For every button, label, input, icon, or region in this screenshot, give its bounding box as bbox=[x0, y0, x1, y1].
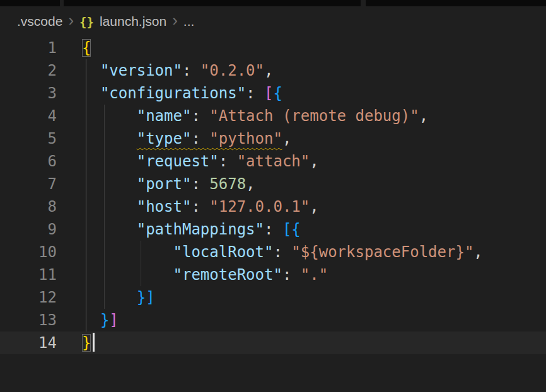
line-number[interactable]: 4 bbox=[0, 105, 57, 127]
code-line[interactable]: 6 "request": "attach", bbox=[0, 150, 546, 173]
indent-guide bbox=[104, 105, 105, 309]
code-token: "localRoot" bbox=[173, 243, 274, 261]
tab-edge-segment bbox=[64, 0, 361, 6]
editor[interactable]: 1{2 "version": "0.2.0",3 "configurations… bbox=[0, 37, 546, 354]
line-number[interactable]: 3 bbox=[0, 82, 57, 105]
code-token: , bbox=[282, 130, 291, 147]
code-token: : bbox=[264, 221, 282, 238]
code-token: } bbox=[100, 311, 109, 329]
code-token: [ bbox=[282, 221, 291, 238]
code-token: , bbox=[246, 175, 255, 193]
tab-bar-edge bbox=[0, 0, 546, 6]
code-token: "port" bbox=[137, 175, 192, 193]
breadcrumb-file[interactable]: launch.json bbox=[100, 14, 166, 29]
code-text[interactable]: "request": "attach", bbox=[57, 150, 319, 173]
code-token: : bbox=[282, 266, 301, 284]
code-text[interactable]: "type": "python", bbox=[57, 127, 291, 150]
code-text[interactable]: "localRoot": "${workspaceFolder}", bbox=[57, 241, 483, 263]
code-line[interactable]: 12 }] bbox=[0, 286, 546, 309]
code-token: { bbox=[273, 84, 282, 102]
code-token: : bbox=[191, 175, 209, 193]
code-token: [ bbox=[264, 84, 273, 102]
code-line[interactable]: 9 "pathMappings": [{ bbox=[0, 218, 546, 241]
text-cursor bbox=[93, 333, 95, 352]
code-token: "python" bbox=[209, 130, 282, 147]
code-token: : bbox=[219, 153, 237, 170]
code-line[interactable]: 7 "port": 5678, bbox=[0, 173, 546, 195]
breadcrumb-folder[interactable]: .vscode bbox=[17, 14, 62, 29]
line-number[interactable]: 12 bbox=[0, 286, 57, 309]
code-text[interactable]: "configurations": [{ bbox=[57, 82, 282, 105]
tab-edge-segment bbox=[366, 0, 546, 6]
line-number[interactable]: 6 bbox=[0, 150, 57, 173]
indent-guide bbox=[141, 241, 141, 286]
code-token: "." bbox=[301, 266, 328, 284]
code-token: , bbox=[419, 107, 428, 125]
code-token: : bbox=[191, 198, 209, 216]
code-line[interactable]: 10 "localRoot": "${workspaceFolder}", bbox=[0, 241, 546, 263]
code-token: "attach" bbox=[237, 153, 310, 170]
line-number[interactable]: 14 bbox=[0, 331, 57, 354]
code-token: : bbox=[182, 62, 200, 79]
code-text[interactable]: "port": 5678, bbox=[57, 173, 255, 195]
code-token: "host" bbox=[137, 198, 192, 216]
code-token: "type" bbox=[137, 130, 192, 147]
code-token: "request" bbox=[137, 153, 219, 170]
code-token: , bbox=[264, 62, 273, 79]
code-token: : bbox=[246, 84, 264, 102]
line-number[interactable]: 1 bbox=[0, 37, 57, 59]
code-token: , bbox=[310, 198, 318, 216]
line-number[interactable]: 8 bbox=[0, 195, 57, 218]
code-token: "configurations" bbox=[100, 84, 246, 102]
code-line[interactable]: 2 "version": "0.2.0", bbox=[0, 59, 546, 82]
code-token: "name" bbox=[137, 107, 192, 125]
code-token: , bbox=[473, 243, 482, 261]
code-line[interactable]: 14} bbox=[0, 331, 546, 354]
code-line[interactable]: 8 "host": "127.0.0.1", bbox=[0, 195, 546, 218]
code-token: "${workspaceFolder}" bbox=[291, 243, 473, 261]
line-number[interactable]: 10 bbox=[0, 241, 57, 263]
tab-edge-segment bbox=[0, 0, 60, 6]
code-token: , bbox=[310, 153, 318, 170]
chevron-right-icon: › bbox=[68, 12, 74, 31]
code-token: "pathMappings" bbox=[137, 221, 264, 238]
code-token: { bbox=[291, 221, 300, 238]
code-line[interactable]: 3 "configurations": [{ bbox=[0, 82, 546, 105]
code-token: : bbox=[191, 130, 209, 147]
indent-guide bbox=[86, 59, 86, 331]
code-token: "remoteRoot" bbox=[173, 266, 282, 284]
line-number[interactable]: 7 bbox=[0, 173, 57, 195]
code-text[interactable]: { bbox=[57, 37, 91, 59]
code-token: : bbox=[191, 107, 209, 125]
code-token: "Attach (remote debug)" bbox=[209, 107, 419, 125]
code-line[interactable]: 11 "remoteRoot": "." bbox=[0, 263, 546, 286]
chevron-right-icon: › bbox=[172, 12, 178, 31]
code-line[interactable]: 4 "name": "Attach (remote debug)", bbox=[0, 105, 546, 127]
code-text[interactable]: "remoteRoot": "." bbox=[57, 263, 328, 286]
code-line[interactable]: 1{ bbox=[0, 37, 546, 59]
code-token: } bbox=[137, 289, 146, 306]
line-number[interactable]: 5 bbox=[0, 127, 57, 150]
code-text[interactable]: "pathMappings": [{ bbox=[57, 218, 301, 241]
code-text[interactable]: }] bbox=[57, 309, 119, 331]
code-text[interactable]: }] bbox=[57, 286, 155, 309]
code-text[interactable]: } bbox=[57, 331, 95, 354]
code-line[interactable]: 13 }] bbox=[0, 309, 546, 331]
line-number[interactable]: 11 bbox=[0, 263, 57, 286]
code-token: "0.2.0" bbox=[200, 62, 264, 79]
breadcrumb: .vscode › {} launch.json › ... bbox=[0, 6, 546, 37]
code-token: 5678 bbox=[209, 175, 246, 193]
code-line[interactable]: 5 "type": "python", bbox=[0, 127, 546, 150]
code-text[interactable]: "name": "Attach (remote debug)", bbox=[57, 105, 428, 127]
code-token: "version" bbox=[100, 62, 182, 79]
matched-bracket: } bbox=[82, 334, 91, 352]
code-text[interactable]: "host": "127.0.0.1", bbox=[57, 195, 319, 218]
line-number[interactable]: 13 bbox=[0, 309, 57, 331]
json-file-icon: {} bbox=[79, 14, 94, 29]
code-text[interactable]: "version": "0.2.0", bbox=[57, 59, 273, 82]
line-number[interactable]: 2 bbox=[0, 59, 57, 82]
breadcrumb-symbol[interactable]: ... bbox=[183, 14, 195, 29]
code-token: "127.0.0.1" bbox=[209, 198, 310, 216]
line-number[interactable]: 9 bbox=[0, 218, 57, 241]
matched-bracket: { bbox=[82, 39, 91, 57]
